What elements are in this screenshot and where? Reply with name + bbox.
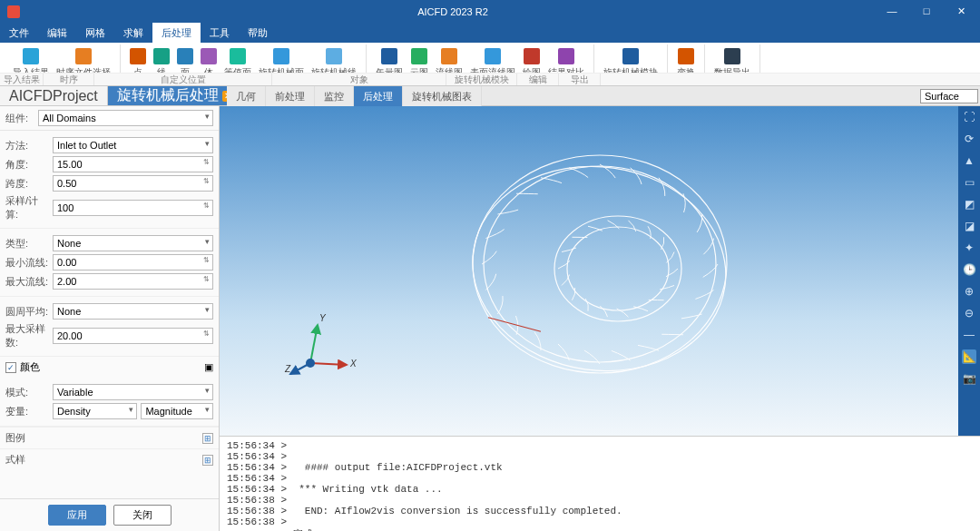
ribbon-icon [23, 48, 39, 64]
type-select[interactable]: None [53, 235, 213, 251]
component-select[interactable]: All Domains [38, 110, 213, 126]
ribbon-icon [622, 48, 639, 64]
ribbon-icon [230, 48, 246, 64]
ribbon-icon [724, 48, 740, 64]
svg-line-6 [310, 325, 318, 363]
zoom-out-icon[interactable]: ⊖ [962, 306, 976, 320]
clock-icon[interactable]: 🕒 [962, 262, 976, 277]
output-console[interactable]: 15:56:34 > 15:56:34 > 15:56:34 > #### ou… [220, 436, 980, 531]
ribbon-icon [273, 48, 289, 64]
ribbon-category-label: 导出 [559, 74, 601, 85]
apply-button[interactable]: 应用 [48, 505, 106, 526]
variable-label: 变量: [5, 405, 49, 418]
ribbon-icon [441, 48, 457, 64]
ribbon-category-label: 对象 [272, 74, 446, 85]
menu-item-5[interactable]: 工具 [201, 23, 239, 43]
project-tab[interactable]: AICFDProject [0, 86, 108, 105]
legend-expand-icon[interactable]: ⊞ [202, 433, 213, 444]
model-wireframe [455, 128, 745, 400]
—-icon[interactable]: — [962, 328, 976, 342]
ribbon-category-label: 编辑 [517, 74, 559, 85]
ribbon-icon [524, 48, 540, 64]
ribbon-icon [326, 48, 342, 64]
menu-bar: 文件编辑网格求解后处理工具帮助 [0, 23, 980, 43]
viewport-toolbar: ⛶⟳▲▭◩◪✦🕒⊕⊖—📐📷 [958, 106, 980, 436]
method-label: 方法: [5, 139, 49, 152]
svg-point-4 [459, 151, 739, 388]
maximize-button[interactable]: □ [915, 5, 938, 17]
svg-point-2 [554, 216, 681, 321]
ribbon-icon [130, 48, 146, 64]
type-label: 类型: [5, 237, 49, 251]
svg-line-5 [310, 363, 347, 365]
zoom-in-icon[interactable]: ⊕ [962, 284, 976, 299]
span-label: 跨度: [5, 177, 49, 191]
close-button[interactable]: ✕ [949, 5, 973, 17]
fit-icon[interactable]: ⛶ [962, 110, 976, 124]
mode-label: 模式: [5, 386, 49, 399]
menu-item-2[interactable]: 网格 [76, 23, 114, 43]
axis-icon[interactable]: ✦ [962, 241, 976, 255]
ribbon-icon [558, 48, 574, 64]
svg-text:Z: Z [284, 364, 291, 374]
view-tab-后处理[interactable]: 后处理 [354, 86, 403, 106]
measure-icon[interactable]: 📐 [962, 349, 976, 364]
plane1-icon[interactable]: ◩ [962, 197, 976, 211]
method-select[interactable]: Inlet to Outlet [53, 137, 213, 153]
orbit-icon[interactable]: ⟳ [962, 132, 976, 146]
min-streamline-label: 最小流线: [5, 256, 49, 270]
color-checkbox-label: 颜色 [20, 360, 40, 374]
color-expand-icon[interactable]: ▣ [204, 361, 213, 373]
circ-avg-label: 圆周平均: [5, 305, 49, 319]
ribbon-category-label: 时序 [44, 74, 94, 85]
sample-input[interactable]: 100 [53, 200, 213, 216]
ribbon-icon [485, 48, 501, 64]
min-streamline-input[interactable]: 0.00 [53, 254, 213, 270]
project-tab[interactable]: 旋转机械后处理✕ [108, 86, 243, 105]
viewport-3d[interactable]: X Y Z ⛶⟳▲▭◩◪✦🕒⊕⊖—📐📷 [220, 106, 980, 436]
span-input[interactable]: 0.50 [53, 175, 213, 192]
ribbon-toolbar: 导入结果时序文件选择点线面体等值面旋转机械面旋转机械线矢量图云图流线图表面流线图… [0, 43, 980, 86]
surface-mode-select[interactable]: Surface [920, 89, 978, 103]
sample-label: 采样/计算: [5, 194, 49, 221]
bbox-icon[interactable]: ▭ [962, 175, 976, 190]
component-label: 组件: [5, 112, 33, 125]
app-title: AICFD 2023 R2 [25, 6, 880, 17]
view-tab-监控[interactable]: 监控 [315, 86, 354, 106]
persp-icon[interactable]: ▲ [962, 153, 976, 168]
menu-item-3[interactable]: 求解 [114, 23, 152, 43]
view-tab-前处理[interactable]: 前处理 [266, 86, 315, 106]
menu-item-6[interactable]: 帮助 [239, 23, 277, 43]
color-checkbox[interactable]: ✓ [5, 362, 16, 373]
max-sample-input[interactable]: 20.00 [53, 328, 213, 344]
menu-item-0[interactable]: 文件 [0, 23, 38, 43]
ribbon-icon [381, 48, 397, 64]
view-tab-旋转机械图表[interactable]: 旋转机械图表 [403, 86, 482, 106]
max-streamline-input[interactable]: 2.00 [53, 273, 213, 290]
axis-triad: X Y Z [283, 309, 365, 390]
app-logo-icon [7, 5, 20, 18]
minimize-button[interactable]: — [880, 5, 904, 17]
properties-panel: 组件: All Domains 方法:Inlet to Outlet 角度:15… [0, 106, 220, 531]
plane2-icon[interactable]: ◪ [962, 219, 976, 233]
magnitude-select[interactable]: Magnitude [141, 403, 213, 419]
close-panel-button[interactable]: 关闭 [113, 505, 172, 526]
svg-text:Y: Y [319, 313, 327, 323]
mode-select[interactable]: Variable [53, 384, 213, 400]
ribbon-icon [153, 48, 170, 64]
ribbon-icon [411, 48, 427, 64]
style-expand-icon[interactable]: ⊞ [202, 455, 213, 466]
menu-item-4[interactable]: 后处理 [152, 23, 201, 43]
svg-point-3 [567, 227, 669, 310]
menu-item-1[interactable]: 编辑 [38, 23, 76, 43]
view-tab-几何[interactable]: 几何 [227, 86, 266, 106]
ribbon-icon [75, 48, 92, 64]
camera-icon[interactable]: 📷 [962, 371, 976, 386]
project-tab-bar: AICFDProject旋转机械后处理✕ 几何前处理监控后处理旋转机械图表 Su… [0, 86, 980, 106]
variable-select[interactable]: Density [53, 403, 137, 419]
circ-avg-select[interactable]: None [53, 303, 213, 320]
ribbon-icon [177, 48, 193, 64]
center-area: X Y Z ⛶⟳▲▭◩◪✦🕒⊕⊖—📐📷 15:56:34 > 15:56:34 … [220, 106, 980, 531]
angle-input[interactable]: 15.00 [53, 156, 213, 172]
ribbon-category-label: 旋转机械模块 [446, 74, 517, 85]
